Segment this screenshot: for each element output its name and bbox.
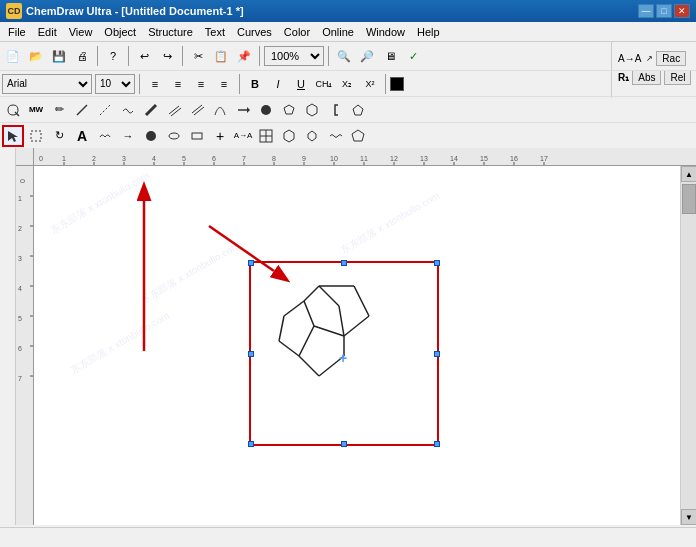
- font-size-select[interactable]: 10 12: [95, 74, 135, 94]
- subscript-button[interactable]: X₂: [336, 73, 358, 95]
- font-family-select[interactable]: Arial: [2, 74, 92, 94]
- menu-text[interactable]: Text: [199, 24, 231, 40]
- svg-line-2: [100, 105, 110, 115]
- polygon-tool[interactable]: [347, 99, 369, 121]
- minimize-button[interactable]: —: [638, 4, 654, 18]
- select-tool[interactable]: [2, 125, 24, 147]
- svg-text:3: 3: [18, 255, 22, 262]
- bond-triple-tool[interactable]: [186, 99, 208, 121]
- mw-tool[interactable]: MW: [25, 99, 47, 121]
- pentagon-tool[interactable]: [278, 99, 300, 121]
- svg-text:7: 7: [18, 375, 22, 382]
- svg-text:4: 4: [152, 155, 156, 162]
- menu-color[interactable]: Color: [278, 24, 316, 40]
- cyclohexane-tool[interactable]: [301, 125, 323, 147]
- svg-text:10: 10: [330, 155, 338, 162]
- rect-tool[interactable]: [186, 125, 208, 147]
- left-toolbar: [0, 148, 16, 525]
- italic-button[interactable]: I: [267, 73, 289, 95]
- page-view-button[interactable]: 🖥: [379, 45, 401, 67]
- hexagon-tool[interactable]: [301, 99, 323, 121]
- pencil-tool[interactable]: ✏: [48, 99, 70, 121]
- sel-handle-tr[interactable]: [434, 260, 440, 266]
- scroll-thumb-v[interactable]: [682, 184, 696, 214]
- bold-button[interactable]: B: [244, 73, 266, 95]
- tb-sep-4: [259, 46, 260, 66]
- text-tool[interactable]: A: [71, 125, 93, 147]
- check-button[interactable]: ✓: [402, 45, 424, 67]
- marquee-select-tool[interactable]: [25, 125, 47, 147]
- menu-edit[interactable]: Edit: [32, 24, 63, 40]
- menu-online[interactable]: Online: [316, 24, 360, 40]
- curve-tool[interactable]: [209, 99, 231, 121]
- bracket-tool[interactable]: [324, 99, 346, 121]
- close-button[interactable]: ✕: [674, 4, 690, 18]
- lasso-select-tool[interactable]: [2, 99, 24, 121]
- bond-single-tool[interactable]: [71, 99, 93, 121]
- hexring-tool[interactable]: [278, 125, 300, 147]
- save-button[interactable]: 💾: [48, 45, 70, 67]
- wave-tool[interactable]: [324, 125, 346, 147]
- menu-help[interactable]: Help: [411, 24, 446, 40]
- menu-curves[interactable]: Curves: [231, 24, 278, 40]
- zoom-in-button[interactable]: 🔍: [333, 45, 355, 67]
- undo-button[interactable]: ↩: [133, 45, 155, 67]
- circle-tool[interactable]: [140, 125, 162, 147]
- tb-sep-6: [139, 74, 140, 94]
- sel-handle-ml[interactable]: [248, 351, 254, 357]
- copy-button[interactable]: 📋: [210, 45, 232, 67]
- zoom-select[interactable]: 50% 75% 100% 150% 200%: [264, 46, 324, 66]
- sel-handle-br[interactable]: [434, 441, 440, 447]
- canvas-wrapper: 0 1 2 3 4 5 6 7 8: [0, 148, 696, 525]
- print-button[interactable]: 🖨: [71, 45, 93, 67]
- underline-button[interactable]: U: [290, 73, 312, 95]
- rotate-tool[interactable]: ↻: [48, 125, 70, 147]
- sel-handle-tl[interactable]: [248, 260, 254, 266]
- new-button[interactable]: 📄: [2, 45, 24, 67]
- circle-fill-tool[interactable]: [255, 99, 277, 121]
- smiles-tool[interactable]: [94, 125, 116, 147]
- menu-file[interactable]: File: [2, 24, 32, 40]
- sel-handle-mr[interactable]: [434, 351, 440, 357]
- maximize-button[interactable]: □: [656, 4, 672, 18]
- menu-window[interactable]: Window: [360, 24, 411, 40]
- help-button[interactable]: ?: [102, 45, 124, 67]
- scroll-down-button[interactable]: ▼: [681, 509, 696, 525]
- svg-text:12: 12: [390, 155, 398, 162]
- svg-text:15: 15: [480, 155, 488, 162]
- scrollbar-vertical[interactable]: ▲ ▼: [680, 166, 696, 525]
- sel-handle-bc[interactable]: [341, 441, 347, 447]
- sel-handle-tc[interactable]: [341, 260, 347, 266]
- menu-object[interactable]: Object: [98, 24, 142, 40]
- redo-button[interactable]: ↪: [156, 45, 178, 67]
- open-button[interactable]: 📂: [25, 45, 47, 67]
- rac-button[interactable]: Rac: [656, 51, 686, 66]
- canvas-area[interactable]: 0 1 2 3 4 5 6 7 8: [16, 148, 696, 525]
- document-area[interactable]: 东东部落 x xtonbullo.com 东东部落 x xtonbullo.co…: [34, 166, 696, 525]
- chem-formula-button[interactable]: CH₄: [313, 73, 335, 95]
- arrow-tool[interactable]: [232, 99, 254, 121]
- table-tool[interactable]: [255, 125, 277, 147]
- oval-tool[interactable]: [163, 125, 185, 147]
- sel-handle-bl[interactable]: [248, 441, 254, 447]
- bond-double-tool[interactable]: [163, 99, 185, 121]
- plus-tool[interactable]: +: [209, 125, 231, 147]
- arrow-curved-tool[interactable]: →: [117, 125, 139, 147]
- align-center-button[interactable]: ≡: [167, 73, 189, 95]
- bond-wavy-tool[interactable]: [117, 99, 139, 121]
- bond-dashed-tool[interactable]: [94, 99, 116, 121]
- reactant-tool[interactable]: A→A: [232, 125, 254, 147]
- scroll-up-button[interactable]: ▲: [681, 166, 696, 182]
- align-left-button[interactable]: ≡: [144, 73, 166, 95]
- color-swatch[interactable]: [390, 77, 404, 91]
- bond-bold-tool[interactable]: [140, 99, 162, 121]
- superscript-button[interactable]: X²: [359, 73, 381, 95]
- menu-structure[interactable]: Structure: [142, 24, 199, 40]
- align-justify-button[interactable]: ≡: [213, 73, 235, 95]
- cut-button[interactable]: ✂: [187, 45, 209, 67]
- align-right-button[interactable]: ≡: [190, 73, 212, 95]
- menu-view[interactable]: View: [63, 24, 99, 40]
- zoom-out-button[interactable]: 🔎: [356, 45, 378, 67]
- paste-button[interactable]: 📌: [233, 45, 255, 67]
- pentagon2-tool[interactable]: [347, 125, 369, 147]
